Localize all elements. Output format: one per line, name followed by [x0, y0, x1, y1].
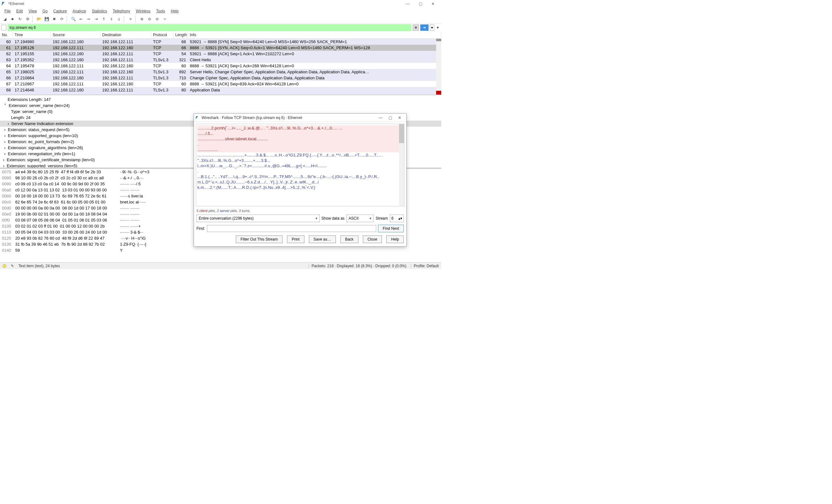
- filter-bookmark-icon[interactable]: [1, 25, 6, 30]
- go-last-icon[interactable]: ⇓: [108, 16, 115, 23]
- title-bar: *Ethernet — ▢ ✕: [0, 0, 441, 8]
- filter-out-button[interactable]: Filter Out This Stream: [236, 236, 283, 243]
- packet-list-header: No. Time Source Destination Protocol Len…: [0, 32, 441, 39]
- packet-row[interactable]: 6317.195352192.168.122.160192.168.122.11…: [0, 57, 441, 63]
- print-button[interactable]: Print: [287, 236, 305, 243]
- go-forward-icon[interactable]: ⇒: [85, 16, 92, 23]
- tree-item-server-name[interactable]: ˅ Extension: server_name (len=24): [0, 103, 441, 109]
- maximize-button[interactable]: ▢: [414, 0, 426, 8]
- dialog-minimize-button[interactable]: —: [376, 115, 385, 120]
- col-time[interactable]: Time: [13, 32, 51, 38]
- hex-row[interactable]: 014059 Y: [0, 247, 441, 253]
- packet-row[interactable]: 6217.195155192.168.122.160192.168.122.11…: [0, 51, 441, 57]
- display-filter-input[interactable]: [8, 24, 411, 31]
- save-as-button[interactable]: Save as…: [309, 236, 336, 243]
- save-file-icon[interactable]: 💾: [43, 16, 50, 23]
- dialog-title: Wireshark · Follow TCP Stream (tcp.strea…: [202, 115, 376, 120]
- resize-columns-icon[interactable]: ⌗: [161, 16, 168, 23]
- back-button[interactable]: Back: [340, 236, 358, 243]
- close-button[interactable]: ✕: [426, 0, 439, 8]
- auto-scroll-icon[interactable]: ⤓: [115, 16, 123, 23]
- server-data: m.L.D^`u.<..sJ..Q.JU........~6.s.Z.d....…: [198, 179, 403, 185]
- find-input[interactable]: [207, 225, 376, 232]
- stream-number-spinner[interactable]: 6▴▾: [390, 215, 404, 222]
- client-data: ............2.pcmh{`....i+....._J..w.&.@…: [198, 125, 403, 131]
- status-profile[interactable]: Profile: Default: [411, 264, 439, 268]
- status-context: Text item (text), 24 bytes: [19, 264, 60, 268]
- options-icon[interactable]: ⚙: [24, 16, 31, 23]
- conversation-selector[interactable]: Entire conversation (2296 bytes)▾: [197, 215, 320, 222]
- packet-row[interactable]: 6717.210967192.168.122.111192.168.122.16…: [0, 81, 441, 87]
- go-first-icon[interactable]: ⇑: [100, 16, 107, 23]
- menu-telephony[interactable]: Telephony: [110, 8, 133, 14]
- find-next-button[interactable]: Find Next: [378, 225, 404, 232]
- stream-scrollbar[interactable]: [399, 124, 404, 206]
- wireshark-fin-icon: [196, 116, 200, 120]
- packet-list-scrollbar[interactable]: [436, 39, 441, 95]
- col-length[interactable]: Length: [173, 32, 188, 38]
- restart-capture-icon[interactable]: ↻: [17, 16, 24, 23]
- start-capture-icon[interactable]: ◢: [1, 16, 8, 23]
- menu-analyze[interactable]: Analyze: [70, 8, 89, 14]
- menu-tools[interactable]: Tools: [154, 8, 167, 14]
- menu-file[interactable]: File: [2, 8, 13, 14]
- find-label: Find:: [197, 226, 205, 231]
- expert-info-icon[interactable]: [3, 264, 6, 268]
- go-back-icon[interactable]: ⇐: [77, 16, 84, 23]
- wireshark-fin-icon: [2, 2, 7, 6]
- dialog-close-button[interactable]: ✕: [395, 115, 405, 120]
- minimize-button[interactable]: —: [401, 0, 414, 8]
- find-icon[interactable]: 🔍: [70, 16, 77, 23]
- status-bar: ✎ Text item (text), 24 bytes Packets: 21…: [0, 262, 441, 269]
- menu-capture[interactable]: Capture: [51, 8, 70, 14]
- menu-edit[interactable]: Edit: [14, 8, 25, 14]
- packet-row[interactable]: 6817.214646192.168.122.160192.168.122.11…: [0, 87, 441, 93]
- status-packets: Packets: 218 · Displayed: 18 (8.3%) · Dr…: [309, 264, 406, 268]
- close-file-icon[interactable]: ✖: [51, 16, 58, 23]
- menu-bar: File Edit View Go Capture Analyze Statis…: [0, 8, 441, 15]
- zoom-in-icon[interactable]: ⊕: [138, 16, 146, 23]
- go-to-icon[interactable]: ⇥: [93, 16, 100, 23]
- client-data: ......./.5...: [198, 131, 403, 136]
- toolbar-separator: [32, 16, 34, 23]
- filter-history-dropdown[interactable]: ▾: [430, 24, 434, 31]
- clear-filter-icon[interactable]: ✕: [413, 24, 419, 31]
- col-destination[interactable]: Destination: [100, 32, 151, 38]
- menu-help[interactable]: Help: [168, 8, 181, 14]
- stream-content[interactable]: ............2.pcmh{`....i+....._J..w.&.@…: [196, 124, 405, 206]
- show-data-as-label: Show data as: [321, 216, 345, 220]
- menu-statistics[interactable]: Statistics: [89, 8, 109, 14]
- add-filter-button[interactable]: +: [436, 24, 440, 31]
- packet-row[interactable]: 6917.214663192.168.122.160192.168.122.11…: [0, 93, 441, 95]
- stop-capture-icon[interactable]: ■: [9, 16, 16, 23]
- col-source[interactable]: Source: [51, 32, 100, 38]
- encoding-selector[interactable]: ASCII▾: [346, 215, 373, 222]
- menu-view[interactable]: View: [26, 8, 40, 14]
- menu-go[interactable]: Go: [40, 8, 50, 14]
- dialog-maximize-button[interactable]: ▢: [385, 115, 395, 120]
- col-protocol[interactable]: Protocol: [151, 32, 173, 38]
- packet-row[interactable]: 6117.195126192.168.122.111192.168.122.16…: [0, 45, 441, 51]
- stream-stats: 5 client pkts, 2 server pkts, 3 turns.: [194, 208, 406, 213]
- server-data: ...B:1.(...".. ..Yd7.....\.q....9+..c*.S…: [198, 174, 403, 179]
- open-file-icon[interactable]: 📂: [35, 16, 43, 23]
- packet-row[interactable]: 6417.195478192.168.122.111192.168.122.16…: [0, 63, 441, 69]
- zoom-out-icon[interactable]: ⊖: [146, 16, 153, 23]
- reload-icon[interactable]: ⟳: [58, 16, 66, 23]
- zoom-reset-icon[interactable]: ⊜: [154, 16, 161, 23]
- packet-row[interactable]: 6517.198025192.168.122.111192.168.122.16…: [0, 69, 441, 75]
- menu-wireless[interactable]: Wireless: [133, 8, 153, 14]
- help-button[interactable]: Help: [386, 236, 404, 243]
- close-dialog-button[interactable]: Close: [363, 236, 382, 243]
- packet-row[interactable]: 6017.194980192.168.122.160192.168.122.11…: [0, 39, 441, 45]
- col-info[interactable]: Info: [188, 32, 441, 38]
- filter-toolbar: ✕ ➔ ▾ +: [0, 24, 441, 32]
- tree-item[interactable]: Extensions Length: 147: [0, 97, 441, 103]
- colorize-icon[interactable]: ≡: [127, 16, 134, 23]
- edit-icon[interactable]: ✎: [11, 264, 14, 268]
- packet-row[interactable]: 6617.210864192.168.122.160192.168.122.11…: [0, 75, 441, 81]
- stream-label: Stream: [375, 216, 388, 220]
- packet-list-pane: No. Time Source Destination Protocol Len…: [0, 32, 441, 95]
- col-no[interactable]: No.: [0, 32, 13, 38]
- apply-filter-icon[interactable]: ➔: [420, 24, 428, 31]
